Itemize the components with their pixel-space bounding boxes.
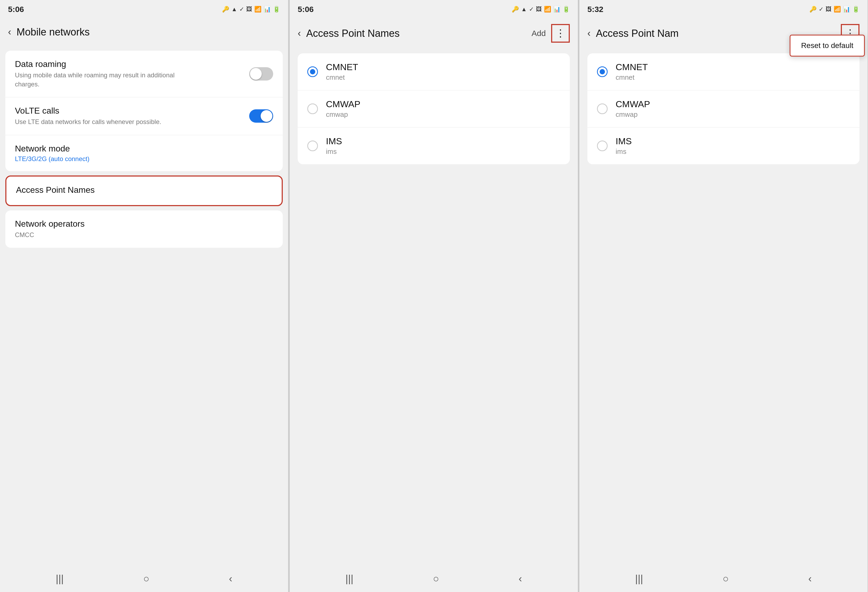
top-nav-3: ‹ Access Point Nam ⋮ Reset to default — [579, 19, 868, 48]
volte-toggle[interactable] — [249, 110, 273, 123]
status-bar-2: 5:06 🔑 ▲ ✓ 🖼 📶 📊 🔋 — [290, 0, 578, 19]
volte-calls-item[interactable]: VoLTE calls Use LTE data networks for ca… — [5, 97, 283, 135]
settings-card-1: Data roaming Using mobile data while roa… — [5, 51, 283, 171]
status-time-1: 5:06 — [8, 5, 24, 14]
add-apn-label: Add — [532, 29, 546, 38]
alert-icon-2: ▲ — [521, 6, 527, 13]
status-bar-3: 5:32 🔑 ✓ 🖼 📶 📊 🔋 — [579, 0, 868, 19]
wifi-icon-2: 📶 — [544, 6, 551, 13]
volte-text: VoLTE calls Use LTE data networks for ca… — [15, 106, 161, 126]
radio-cmnet-3[interactable] — [597, 67, 608, 77]
status-bar-1: 5:06 🔑 ▲ ✓ 🖼 📶 📊 🔋 — [0, 0, 288, 19]
nav-recent-icon-2[interactable]: ||| — [345, 573, 353, 585]
content-1: Data roaming Using mobile data while roa… — [0, 45, 288, 565]
apn-text-ims: IMS ims — [326, 136, 342, 156]
apn-item-cmwap-3[interactable]: CMWAP cmwap — [588, 90, 859, 127]
bottom-nav-1: ||| ○ ‹ — [0, 565, 288, 592]
network-operators-subtitle: CMCC — [15, 230, 84, 240]
network-mode-item[interactable]: Network mode LTE/3G/2G (auto connect) — [5, 135, 283, 171]
nav-recent-icon-3[interactable]: ||| — [635, 573, 643, 585]
signal-v-icon-2: ✓ — [529, 6, 534, 13]
apn-sub-ims-3: ims — [616, 148, 632, 156]
battery-icon: 🔋 — [273, 6, 280, 13]
apn-item-ims-3[interactable]: IMS ims — [588, 127, 859, 164]
apn-name-ims-3: IMS — [616, 136, 632, 147]
top-nav-2: ‹ Access Point Names Add ⋮ — [290, 19, 578, 48]
more-dots-icon: ⋮ — [555, 27, 565, 39]
toggle-thumb-volte — [261, 110, 272, 122]
apn-sub-cmwap-3: cmwap — [616, 110, 650, 119]
radio-ims-3[interactable] — [597, 141, 608, 151]
network-operators-card: Network operators CMCC — [5, 210, 283, 248]
data-roaming-toggle[interactable] — [249, 67, 273, 80]
wifi-icon-3: ✓ — [819, 6, 824, 13]
data-roaming-title: Data roaming — [15, 59, 175, 69]
more-menu-button[interactable]: ⋮ — [551, 24, 570, 43]
back-button-3[interactable]: ‹ — [588, 28, 590, 39]
apn-list-card-3: CMNET cmnet CMWAP cmwap IMS ims — [588, 53, 859, 164]
apn-item-cmwap[interactable]: CMWAP cmwap — [298, 90, 570, 127]
data-roaming-text: Data roaming Using mobile data while roa… — [15, 59, 175, 89]
radio-cmwap-3[interactable] — [597, 104, 608, 114]
apn-sub-ims: ims — [326, 148, 342, 156]
battery-icon-2: 🔋 — [562, 6, 570, 13]
nav-back-icon-1[interactable]: ‹ — [229, 573, 232, 585]
top-nav-1: ‹ Mobile networks — [0, 19, 288, 45]
nav-back-icon-2[interactable]: ‹ — [519, 573, 522, 585]
wifi-icon: 📶 — [254, 6, 261, 13]
panel-apn: 5:06 🔑 ▲ ✓ 🖼 📶 📊 🔋 ‹ Access Point Names … — [290, 0, 578, 592]
panel-mobile-networks: 5:06 🔑 ▲ ✓ 🖼 📶 📊 🔋 ‹ Mobile networks Dat… — [0, 0, 289, 592]
apn-name-cmwap: CMWAP — [326, 99, 360, 110]
access-point-names-item[interactable]: Access Point Names — [6, 176, 282, 205]
status-time-2: 5:06 — [298, 5, 314, 14]
network-operators-text: Network operators CMCC — [15, 219, 84, 240]
apn-sub-cmnet-3: cmnet — [616, 73, 648, 81]
nav-home-icon-3[interactable]: ○ — [722, 573, 729, 585]
key-icon-3: 🔑 — [809, 6, 816, 13]
status-icons-1: 🔑 ▲ ✓ 🖼 📶 📊 🔋 — [222, 6, 280, 13]
apn-text-cmnet-3: CMNET cmnet — [616, 62, 648, 81]
signal-v-icon: ✓ — [239, 6, 244, 13]
nav-back-icon-3[interactable]: ‹ — [808, 573, 812, 585]
reset-to-default-popup[interactable]: Reset to default — [790, 35, 865, 56]
toggle-thumb-roaming — [250, 68, 262, 80]
apn-name-cmwap-3: CMWAP — [616, 99, 650, 110]
back-button-1[interactable]: ‹ — [8, 27, 11, 38]
volte-title: VoLTE calls — [15, 106, 161, 116]
network-mode-subtitle: LTE/3G/2G (auto connect) — [15, 155, 90, 163]
page-title-1: Mobile networks — [16, 27, 280, 38]
apn-item-cmnet[interactable]: CMNET cmnet — [298, 53, 570, 90]
content-2: CMNET cmnet CMWAP cmwap IMS ims — [290, 48, 578, 565]
data-roaming-item[interactable]: Data roaming Using mobile data while roa… — [5, 51, 283, 97]
nav-home-icon-1[interactable]: ○ — [143, 573, 149, 585]
status-icons-2: 🔑 ▲ ✓ 🖼 📶 📊 🔋 — [512, 6, 570, 13]
radio-inner-cmnet-3 — [599, 69, 605, 74]
apn-sub-cmnet: cmnet — [326, 73, 358, 81]
status-icons-3: 🔑 ✓ 🖼 📶 📊 🔋 — [809, 6, 859, 13]
network-operators-title: Network operators — [15, 219, 84, 229]
network-operators-item[interactable]: Network operators CMCC — [5, 210, 283, 248]
alert-icon: ▲ — [231, 6, 237, 13]
nav-recent-icon-1[interactable]: ||| — [56, 573, 64, 585]
cellular-icon-2: 📊 — [553, 6, 561, 13]
radio-cmwap[interactable] — [307, 104, 318, 114]
battery-full-icon-3: 🔋 — [852, 6, 859, 13]
apn-item-cmnet-3[interactable]: CMNET cmnet — [588, 53, 859, 90]
nav-home-icon-2[interactable]: ○ — [433, 573, 439, 585]
cellular-icon-3: 📶 — [834, 6, 841, 13]
image-icon: 🖼 — [246, 6, 252, 13]
apn-text-cmwap-3: CMWAP cmwap — [616, 99, 650, 119]
radio-cmnet[interactable] — [307, 67, 318, 77]
cellular-icon: 📊 — [264, 6, 271, 13]
radio-ims[interactable] — [307, 141, 318, 151]
apn-name-ims: IMS — [326, 136, 342, 147]
image-icon-3: 🖼 — [826, 6, 831, 13]
reset-to-default-label: Reset to default — [801, 41, 853, 50]
apn-text-cmnet: CMNET cmnet — [326, 62, 358, 81]
back-button-2[interactable]: ‹ — [298, 28, 301, 39]
apn-list-card: CMNET cmnet CMWAP cmwap IMS ims — [298, 53, 570, 164]
key-icon-2: 🔑 — [512, 6, 519, 13]
access-point-names-card[interactable]: Access Point Names — [5, 175, 283, 206]
access-point-names-title: Access Point Names — [16, 185, 94, 195]
apn-item-ims[interactable]: IMS ims — [298, 127, 570, 164]
